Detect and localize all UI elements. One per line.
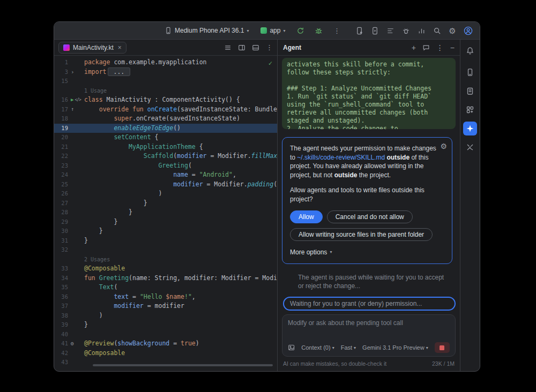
run-configuration-label: app — [270, 27, 280, 34]
code-text — [84, 77, 277, 86]
skill-file-link[interactable]: ~/.skills/code-review/SKILL.md — [297, 154, 385, 161]
gutter — [68, 274, 84, 283]
code-line: 17↑ override fun onCreate(savedInstanceS… — [54, 105, 277, 115]
chevron-down-icon: ▾ — [354, 345, 356, 350]
grid-plus-icon — [466, 105, 474, 114]
preview-gutter-icon[interactable]: ⚙ — [71, 341, 74, 346]
structure-list-icon[interactable] — [224, 44, 232, 51]
gutter — [68, 142, 84, 152]
gutter — [68, 133, 84, 142]
gutter: ▶</> — [68, 95, 84, 105]
code-line: 38 ) — [54, 311, 277, 321]
rerun-button[interactable] — [294, 24, 307, 37]
tab-mainactivity[interactable]: MainActivity.kt × — [58, 42, 126, 54]
more-vertical-icon[interactable]: ⋮ — [436, 44, 444, 51]
chevron-down-icon: ▾ — [283, 28, 285, 33]
more-actions-button[interactable]: ⋮ — [330, 24, 343, 37]
line-number: 29 — [54, 217, 68, 227]
stop-generation-button[interactable] — [435, 342, 450, 353]
waiting-permission-input[interactable]: Waiting for you to grant (or deny) permi… — [283, 297, 456, 311]
context-dropdown[interactable]: Context (0) ▾ — [301, 344, 334, 351]
override-gutter-icon[interactable]: ↑ — [71, 107, 74, 112]
agent-footer: AI can make mistakes, so double-check it… — [278, 357, 460, 371]
close-icon[interactable]: × — [118, 44, 122, 51]
attach-image-icon[interactable] — [288, 344, 295, 351]
logcat-button[interactable] — [384, 24, 397, 37]
gutter — [68, 320, 84, 330]
line-number: 17 — [54, 105, 68, 115]
code-text: super.onCreate(savedInstanceState) — [84, 114, 277, 124]
speed-label: Fast — [341, 344, 352, 351]
split-down-icon[interactable] — [252, 44, 259, 51]
profile-avatar[interactable] — [461, 24, 474, 37]
line-number: 15 — [54, 77, 68, 86]
gutter — [68, 170, 84, 180]
line-number: 16 — [54, 95, 68, 105]
line-number: 33 — [54, 264, 68, 274]
debug-button[interactable] — [312, 24, 325, 37]
allow-button[interactable]: Allow — [290, 210, 323, 223]
gutter — [68, 349, 84, 358]
inspections-ok-icon[interactable]: ✓ — [269, 59, 272, 67]
device-selector[interactable]: Medium Phone API 36.1 ▾ — [161, 25, 252, 36]
model-dropdown[interactable]: Gemini 3.1 Pro Preview ▾ — [362, 344, 428, 351]
running-devices-button[interactable] — [368, 24, 381, 37]
agent-panel-actions: + ⋮ − — [412, 44, 455, 51]
code-text: } — [84, 236, 277, 246]
more-vertical-icon: ⋮ — [333, 27, 340, 35]
code-text: Greeting( — [84, 161, 277, 171]
usage-hint[interactable]: 1 Usage — [84, 88, 107, 94]
build-tools-button[interactable] — [463, 140, 477, 154]
permission-settings-gear-icon[interactable]: ⚙ — [440, 142, 447, 150]
settings-button[interactable]: ⚙ — [446, 24, 459, 37]
run-gutter-icon[interactable]: ▶ — [71, 97, 73, 102]
bug-icon — [315, 27, 323, 35]
app-quality-insights-button[interactable] — [399, 24, 412, 37]
device-manager-button[interactable] — [353, 24, 366, 37]
usage-hint[interactable]: 2 Usages — [84, 257, 110, 262]
new-chat-icon[interactable]: + — [412, 44, 416, 51]
horizontal-scrollbar[interactable] — [93, 364, 273, 366]
chat-composer[interactable]: Modify or ask about the pending tool cal… — [282, 314, 456, 357]
chevron-down-icon: ▾ — [426, 345, 428, 350]
fold-chevron-icon[interactable]: › — [71, 69, 75, 75]
code-line: 26 ) — [54, 189, 277, 199]
line-number: 37 — [54, 301, 68, 311]
gemini-agent-tool-button[interactable] — [463, 122, 477, 135]
cancel-button[interactable]: Cancel and do not allow — [327, 210, 413, 223]
code-text: setContent { — [84, 133, 277, 142]
line-number: 20 — [54, 133, 68, 142]
profiler-button[interactable] — [415, 24, 428, 37]
code-text: Scaffold(modifier = Modifier.fillMaxSize… — [84, 152, 277, 161]
search-button[interactable] — [430, 24, 443, 37]
allow-parent-folder-button[interactable]: Allow writing source files in the parent… — [290, 228, 433, 241]
code-line: 23 Greeting( — [54, 161, 277, 171]
code-line: 32 — [54, 245, 277, 255]
code-text: class MainActivity : ComponentActivity()… — [84, 95, 277, 105]
run-configuration[interactable]: app ▾ — [257, 25, 288, 36]
chat-input-placeholder: Modify or ask about the pending tool cal… — [288, 319, 450, 342]
search-icon — [433, 27, 441, 35]
hide-panel-icon[interactable]: − — [450, 44, 455, 51]
device-manager-tool-button[interactable] — [463, 65, 477, 79]
notifications-button[interactable] — [463, 44, 477, 58]
code-editor[interactable]: 1package com.example.myapplication3›impo… — [54, 56, 277, 371]
gutter — [68, 208, 84, 217]
more-options-button[interactable]: More options ▾ — [290, 248, 438, 257]
line-number: 23 — [54, 161, 68, 171]
line-number: 30 — [54, 227, 68, 236]
chat-history-icon[interactable] — [422, 44, 430, 51]
gutter — [68, 199, 84, 208]
split-right-icon[interactable] — [238, 44, 245, 51]
line-number: 34 — [54, 274, 68, 283]
resource-manager-tool-button[interactable] — [463, 103, 477, 117]
line-number — [54, 255, 68, 265]
device-explorer-tool-button[interactable] — [463, 84, 477, 98]
speed-dropdown[interactable]: Fast ▾ — [341, 344, 356, 351]
more-vertical-icon[interactable]: ⋮ — [266, 43, 273, 51]
line-number: 28 — [54, 208, 68, 217]
agent-input-area: Waiting for you to grant (or deny) permi… — [278, 297, 460, 371]
main-content: MainActivity.kt × ⋮ 1package com.example… — [54, 40, 480, 371]
line-number: 35 — [54, 283, 68, 292]
more-options-label: More options — [290, 248, 327, 257]
